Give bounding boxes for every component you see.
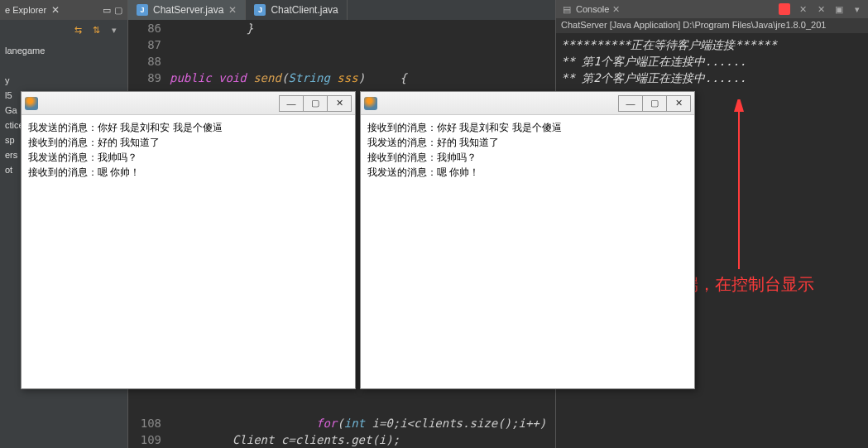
- console-line: ** 第1个客户端正在连接中......: [561, 53, 863, 70]
- chat-line: 接收到的消息：我帅吗？: [367, 150, 688, 165]
- code-text: }: [170, 20, 253, 36]
- chat-body[interactable]: 接收到的消息：你好 我是刘和安 我是个傻逼 我发送的消息：好的 我知道了 接收到…: [361, 115, 694, 185]
- java-app-icon: [25, 97, 38, 110]
- tab-chatserver[interactable]: J ChatServer.java ✕: [128, 0, 246, 20]
- sidebar-title: e Explorer: [5, 5, 46, 15]
- code-text: Client c=clients.get(i);: [170, 431, 400, 448]
- tab-label: ChatServer.java: [153, 4, 223, 16]
- remove-all-icon[interactable]: ✕: [797, 3, 808, 15]
- chat-line: 我发送的消息：你好 我是刘和安 我是个傻逼: [28, 120, 348, 135]
- chat-line: 接收到的消息：好的 我知道了: [28, 135, 348, 150]
- chat-line: 我发送的消息：我帅吗？: [28, 150, 348, 165]
- line-number: 108: [128, 415, 170, 431]
- chat-line: 我发送的消息：好的 我知道了: [367, 135, 688, 150]
- minimize-button[interactable]: —: [279, 95, 304, 112]
- window-titlebar[interactable]: — ▢ ✕: [22, 92, 355, 115]
- java-app-icon: [364, 97, 377, 110]
- close-button[interactable]: ✕: [327, 95, 352, 112]
- window-titlebar[interactable]: — ▢ ✕: [361, 92, 694, 115]
- sidebar-item[interactable]: lanegame: [0, 43, 127, 58]
- sidebar-toolbar: ⇆ ⇅ ▾: [0, 20, 127, 40]
- link-editor-icon[interactable]: ⇅: [89, 23, 103, 36]
- line-number: 89: [128, 70, 170, 86]
- console-line: ** 第2个客户端正在连接中......: [561, 70, 863, 86]
- chat-line: 接收到的消息：你好 我是刘和安 我是个傻逼: [367, 120, 688, 135]
- tab-chatclient[interactable]: J ChatClient.java: [246, 0, 347, 20]
- code-text: public void send(String sss) {: [170, 70, 407, 86]
- line-number: 88: [128, 53, 170, 70]
- terminate-icon[interactable]: [779, 3, 790, 15]
- close-button[interactable]: ✕: [666, 95, 691, 112]
- window-buttons: — ▢ ✕: [280, 95, 352, 112]
- console-tab-label[interactable]: Console: [576, 4, 609, 14]
- maximize-icon[interactable]: ▢: [114, 5, 122, 16]
- console-tab-bar: ▤ Console ✕ ✕ ✕ ▣ ▾: [556, 0, 868, 18]
- clear-icon[interactable]: ▣: [833, 3, 845, 15]
- chat-line: 我发送的消息：嗯 你帅！: [367, 165, 688, 180]
- pin-icon[interactable]: ▾: [851, 3, 863, 15]
- view-menu-icon[interactable]: ▾: [108, 23, 121, 36]
- sidebar-item[interactable]: [0, 58, 127, 73]
- close-icon[interactable]: ✕: [228, 4, 237, 16]
- java-file-icon: J: [254, 4, 266, 16]
- console-icon: ▤: [561, 3, 573, 15]
- minimize-icon[interactable]: ▭: [103, 5, 111, 16]
- chat-window-1[interactable]: — ▢ ✕ 我发送的消息：你好 我是刘和安 我是个傻逼 接收到的消息：好的 我知…: [21, 91, 356, 389]
- chat-line: 接收到的消息：嗯 你帅！: [28, 165, 348, 180]
- line-number: 109: [128, 431, 170, 448]
- collapse-all-icon[interactable]: ⇆: [71, 23, 84, 36]
- window-buttons: — ▢ ✕: [619, 95, 691, 112]
- annotation-arrow: [731, 99, 747, 273]
- sidebar-item[interactable]: y: [0, 73, 127, 88]
- chat-window-2[interactable]: — ▢ ✕ 接收到的消息：你好 我是刘和安 我是个傻逼 我发送的消息：好的 我知…: [360, 91, 695, 389]
- chat-body[interactable]: 我发送的消息：你好 我是刘和安 我是个傻逼 接收到的消息：好的 我知道了 我发送…: [22, 115, 355, 185]
- line-number: 87: [128, 36, 170, 53]
- tab-label: ChatClient.java: [271, 4, 338, 16]
- console-line: **********正在等待客户端连接******: [561, 36, 863, 53]
- line-number: 86: [128, 20, 170, 36]
- console-process-path: ChatServer [Java Application] D:\Program…: [556, 18, 868, 33]
- minimize-button[interactable]: —: [618, 95, 643, 112]
- close-icon[interactable]: ✕: [612, 4, 620, 15]
- maximize-button[interactable]: ▢: [303, 95, 328, 112]
- java-file-icon: J: [137, 4, 148, 16]
- sidebar-header: e Explorer ✕ ▭ ▢: [0, 0, 127, 20]
- maximize-button[interactable]: ▢: [642, 95, 667, 112]
- remove-icon[interactable]: ✕: [815, 3, 827, 15]
- close-icon[interactable]: ✕: [51, 4, 60, 16]
